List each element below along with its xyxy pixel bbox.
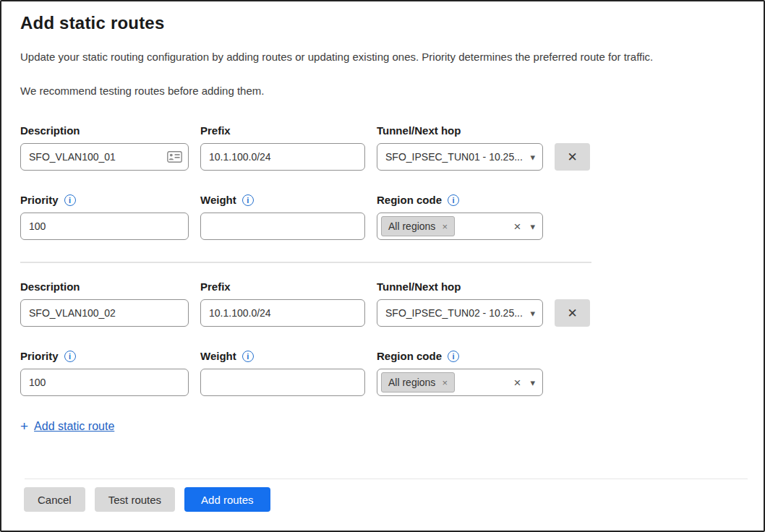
tunnel-next-hop-label: Tunnel/Next hop	[377, 280, 543, 293]
prefix-input[interactable]	[200, 143, 365, 171]
tunnel-select[interactable]: SFO_IPSEC_TUN01 - 10.25... ▾	[377, 143, 543, 171]
prefix-label: Prefix	[200, 280, 365, 293]
priority-field-group: Priority i	[20, 350, 189, 396]
routes-form: Description	[20, 124, 745, 433]
tunnel-select[interactable]: SFO_IPSEC_TUN02 - 10.25... ▾	[377, 299, 543, 327]
weight-label: Weight	[200, 194, 236, 207]
info-icon[interactable]: i	[64, 194, 76, 206]
clear-selection-icon[interactable]: ×	[514, 377, 521, 389]
tunnel-next-hop-label: Tunnel/Next hop	[377, 124, 543, 137]
region-code-field-group: Region code i All regions × × ▾	[377, 194, 543, 240]
description-input[interactable]	[20, 143, 189, 171]
info-icon[interactable]: i	[242, 351, 254, 362]
region-code-select[interactable]: All regions × × ▾	[377, 213, 543, 240]
prefix-field-group: Prefix	[200, 124, 365, 171]
chevron-down-icon: ▾	[530, 153, 535, 162]
clear-selection-icon[interactable]: ×	[514, 220, 521, 233]
tunnel-field-group: Tunnel/Next hop SFO_IPSEC_TUN01 - 10.25.…	[377, 124, 543, 171]
region-tag-label: All regions	[388, 220, 435, 232]
region-tag-chip: All regions ×	[381, 216, 455, 236]
info-icon[interactable]: i	[448, 194, 459, 206]
tunnel-select-value: SFO_IPSEC_TUN02 - 10.25...	[385, 307, 524, 319]
description-label: Description	[20, 280, 189, 293]
weight-input[interactable]	[200, 213, 365, 240]
prefix-input[interactable]	[200, 299, 365, 327]
description-field-group: Description	[20, 124, 189, 171]
add-routes-button[interactable]: Add routes	[184, 487, 270, 512]
route-section-1: Description	[20, 124, 745, 240]
add-static-routes-dialog: Add static routes Update your static rou…	[0, 0, 765, 532]
recommendation-paragraph: We recommend testing routes before addin…	[20, 85, 745, 97]
plus-icon: +	[20, 419, 28, 433]
region-tag-label: All regions	[388, 377, 435, 388]
region-code-label: Region code	[377, 194, 442, 207]
remove-tag-icon[interactable]: ×	[442, 222, 448, 231]
delete-route-button[interactable]: ✕	[555, 299, 590, 327]
info-icon[interactable]: i	[448, 351, 459, 362]
prefix-field-group: Prefix	[200, 280, 365, 327]
add-static-route-row: + Add static route	[20, 419, 745, 433]
x-icon: ✕	[567, 151, 577, 163]
region-code-label: Region code	[377, 350, 442, 363]
region-code-select[interactable]: All regions × × ▾	[377, 369, 543, 396]
priority-label: Priority	[20, 194, 59, 207]
tunnel-select-value: SFO_IPSEC_TUN01 - 10.25...	[385, 151, 524, 163]
priority-input[interactable]	[20, 369, 189, 396]
remove-tag-icon[interactable]: ×	[442, 378, 448, 387]
delete-route-button[interactable]: ✕	[555, 143, 590, 171]
region-code-field-group: Region code i All regions × × ▾	[377, 350, 543, 396]
weight-field-group: Weight i	[200, 350, 365, 396]
page-title: Add static routes	[20, 13, 745, 33]
route-divider	[20, 262, 591, 263]
info-icon[interactable]: i	[242, 194, 254, 206]
test-routes-button[interactable]: Test routes	[95, 487, 175, 512]
intro-paragraph: Update your static routing configuration…	[20, 51, 745, 63]
info-icon[interactable]: i	[64, 351, 76, 362]
tunnel-field-group: Tunnel/Next hop SFO_IPSEC_TUN02 - 10.25.…	[377, 280, 543, 327]
cancel-button[interactable]: Cancel	[24, 487, 85, 512]
x-icon: ✕	[567, 307, 577, 319]
weight-label: Weight	[200, 350, 236, 363]
description-field-group: Description	[20, 280, 189, 327]
priority-input[interactable]	[20, 213, 189, 240]
priority-label: Priority	[20, 350, 59, 363]
add-static-route-link[interactable]: Add static route	[34, 420, 114, 433]
chevron-down-icon: ▾	[530, 309, 535, 318]
region-tag-chip: All regions ×	[381, 372, 455, 392]
prefix-label: Prefix	[200, 124, 365, 137]
description-input[interactable]	[20, 299, 189, 327]
chevron-down-icon: ▾	[530, 378, 535, 387]
dialog-footer: Cancel Test routes Add routes	[1, 479, 764, 531]
weight-input[interactable]	[200, 369, 365, 396]
chevron-down-icon: ▾	[530, 222, 535, 231]
route-section-2: Description Prefix Tunnel/Next hop SFO_I…	[20, 280, 745, 396]
description-label: Description	[20, 124, 189, 137]
priority-field-group: Priority i	[20, 194, 189, 240]
weight-field-group: Weight i	[200, 194, 365, 240]
dialog-content: Add static routes Update your static rou…	[1, 1, 764, 479]
